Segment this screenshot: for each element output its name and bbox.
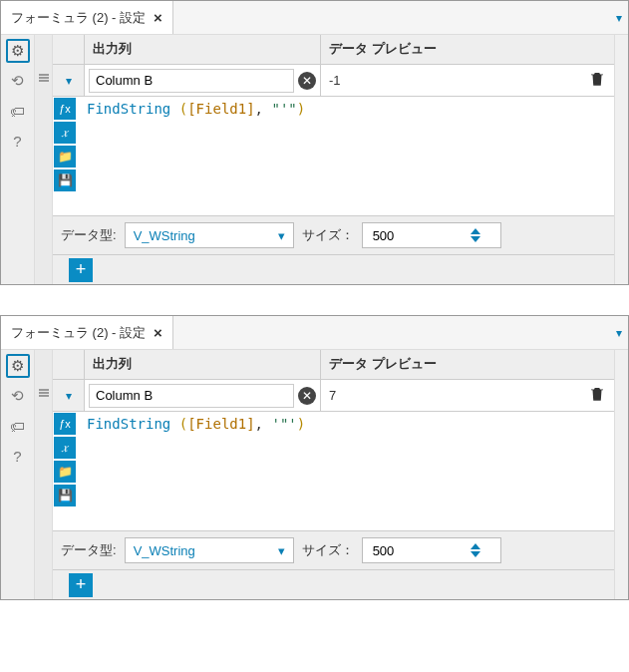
header-row: 出力列 データ プレビュー [53, 35, 614, 65]
tab-bar: フォーミュラ (2) - 設定 × ▾ [1, 1, 628, 35]
left-toolbar: ⚙ ⟲ 🏷 ? [1, 35, 35, 284]
formula-toolbar: ƒx 𝑥 📁 💾 [53, 97, 77, 215]
output-column-input[interactable] [89, 384, 294, 408]
formula-panel: フォーミュラ (2) - 設定 × ▾ ⚙ ⟲ 🏷 ? 出力列 データ プレビュ… [0, 0, 629, 285]
expression-editor[interactable]: FindString ([Field1], '"') [77, 412, 614, 530]
value-row: ▾ ✕ -1 [53, 65, 614, 97]
add-button[interactable]: + [69, 573, 93, 597]
datatype-select[interactable]: V_WString ▾ [125, 537, 294, 563]
header-data-preview: データ プレビュー [321, 350, 614, 379]
size-input-wrap [362, 537, 501, 563]
help-icon[interactable]: ? [6, 129, 30, 153]
tab-title: フォーミュラ (2) - 設定 [11, 9, 146, 27]
tab-title: フォーミュラ (2) - 設定 [11, 324, 146, 342]
folder-icon[interactable]: 📁 [54, 461, 76, 483]
expr-string: '"' [271, 416, 296, 432]
datatype-value: V_WString [134, 228, 195, 243]
scrollbar[interactable] [614, 35, 628, 284]
x-icon[interactable]: 𝑥 [54, 122, 76, 144]
expression-editor[interactable]: FindString ([Field1], "'") [77, 97, 614, 215]
drag-handle-icon[interactable] [39, 73, 49, 83]
save-icon[interactable]: 💾 [54, 485, 76, 506]
spin-up-icon[interactable] [471, 228, 480, 234]
gear-icon[interactable]: ⚙ [6, 39, 30, 63]
value-row: ▾ ✕ 7 [53, 380, 614, 412]
datatype-value: V_WString [134, 543, 195, 558]
chevron-down-icon[interactable]: ▾ [616, 11, 622, 25]
expr-field: [Field1] [187, 101, 254, 117]
expr-field: [Field1] [187, 416, 254, 432]
add-row: + [53, 254, 614, 284]
spin-down-icon[interactable] [471, 551, 480, 557]
chevron-down-icon: ▾ [278, 228, 285, 243]
x-icon[interactable]: 𝑥 [54, 437, 76, 459]
header-output-column: 出力列 [85, 350, 321, 379]
chevron-down-icon[interactable]: ▾ [616, 326, 622, 340]
header-row: 出力列 データ プレビュー [53, 350, 614, 380]
size-input-wrap [362, 222, 501, 248]
row-gutter [35, 350, 53, 599]
clear-icon[interactable]: ✕ [298, 387, 316, 405]
output-column-input[interactable] [89, 69, 294, 93]
folder-icon[interactable]: 📁 [54, 146, 76, 168]
header-data-preview: データ プレビュー [321, 35, 614, 64]
chevron-down-icon: ▾ [278, 543, 285, 558]
datatype-select[interactable]: V_WString ▾ [125, 222, 294, 248]
fx-icon[interactable]: ƒx [54, 413, 76, 435]
footer-row: データ型: V_WString ▾ サイズ： [53, 216, 614, 254]
save-icon[interactable]: 💾 [54, 169, 76, 191]
scrollbar[interactable] [614, 350, 628, 599]
clear-icon[interactable]: ✕ [298, 72, 316, 90]
spin-up-icon[interactable] [471, 543, 480, 549]
anchor-icon[interactable]: ⟲ [6, 69, 30, 93]
expr-fn: FindString [87, 416, 170, 432]
content-area: 出力列 データ プレビュー ▾ ✕ 7 ƒx 𝑥 [53, 350, 614, 599]
drag-handle-icon[interactable] [39, 388, 49, 398]
add-row: + [53, 569, 614, 599]
help-icon[interactable]: ? [6, 444, 30, 468]
formula-area: ƒx 𝑥 📁 💾 FindString ([Field1], "'") [53, 97, 614, 216]
fx-icon[interactable]: ƒx [54, 98, 76, 120]
tag-icon[interactable]: 🏷 [6, 99, 30, 123]
trash-icon[interactable] [588, 385, 606, 406]
close-icon[interactable]: × [154, 324, 162, 341]
datatype-label: データ型: [61, 226, 117, 244]
formula-toolbar: ƒx 𝑥 📁 💾 [53, 412, 77, 530]
active-tab[interactable]: フォーミュラ (2) - 設定 × [1, 316, 173, 349]
formula-panel: フォーミュラ (2) - 設定 × ▾ ⚙ ⟲ 🏷 ? 出力列 データ プレビュ… [0, 315, 629, 600]
spin-down-icon[interactable] [471, 236, 480, 242]
size-input[interactable] [371, 227, 471, 244]
content-area: 出力列 データ プレビュー ▾ ✕ -1 ƒx � [53, 35, 614, 284]
close-icon[interactable]: × [154, 9, 162, 26]
size-label: サイズ： [302, 541, 354, 559]
formula-area: ƒx 𝑥 📁 💾 FindString ([Field1], '"') [53, 412, 614, 531]
tab-bar: フォーミュラ (2) - 設定 × ▾ [1, 316, 628, 350]
anchor-icon[interactable]: ⟲ [6, 384, 30, 408]
expr-fn: FindString [87, 101, 170, 117]
collapse-icon[interactable]: ▾ [66, 389, 72, 403]
add-button[interactable]: + [69, 258, 93, 282]
header-output-column: 出力列 [85, 35, 321, 64]
left-toolbar: ⚙ ⟲ 🏷 ? [1, 350, 35, 599]
preview-value: 7 [329, 388, 336, 403]
gear-icon[interactable]: ⚙ [6, 354, 30, 378]
footer-row: データ型: V_WString ▾ サイズ： [53, 531, 614, 569]
collapse-icon[interactable]: ▾ [66, 74, 72, 88]
row-gutter [35, 35, 53, 284]
expr-string: "'" [271, 101, 296, 117]
size-input[interactable] [371, 542, 471, 559]
preview-value: -1 [329, 73, 341, 88]
size-label: サイズ： [302, 226, 354, 244]
active-tab[interactable]: フォーミュラ (2) - 設定 × [1, 1, 173, 34]
trash-icon[interactable] [588, 70, 606, 91]
tag-icon[interactable]: 🏷 [6, 414, 30, 438]
datatype-label: データ型: [61, 541, 117, 559]
